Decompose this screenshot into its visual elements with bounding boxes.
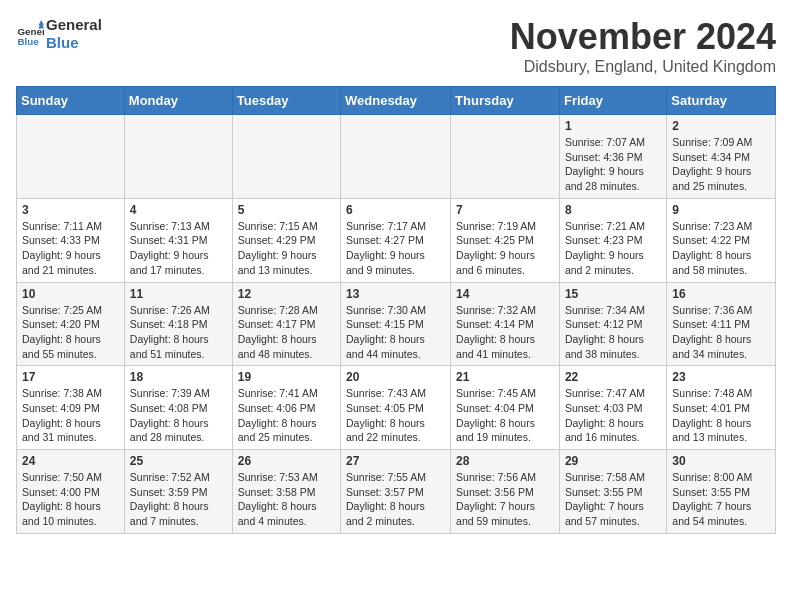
weekday-header: Tuesday xyxy=(232,87,340,115)
day-info: Sunrise: 7:48 AM Sunset: 4:01 PM Dayligh… xyxy=(672,386,770,445)
day-info: Sunrise: 7:52 AM Sunset: 3:59 PM Dayligh… xyxy=(130,470,227,529)
calendar-week-row: 3Sunrise: 7:11 AM Sunset: 4:33 PM Daylig… xyxy=(17,198,776,282)
calendar-cell: 16Sunrise: 7:36 AM Sunset: 4:11 PM Dayli… xyxy=(667,282,776,366)
calendar-header-row: SundayMondayTuesdayWednesdayThursdayFrid… xyxy=(17,87,776,115)
calendar-body: 1Sunrise: 7:07 AM Sunset: 4:36 PM Daylig… xyxy=(17,115,776,534)
day-info: Sunrise: 7:47 AM Sunset: 4:03 PM Dayligh… xyxy=(565,386,661,445)
calendar-cell xyxy=(341,115,451,199)
day-info: Sunrise: 7:45 AM Sunset: 4:04 PM Dayligh… xyxy=(456,386,554,445)
logo-icon: General Blue xyxy=(16,20,44,48)
calendar-cell: 30Sunrise: 8:00 AM Sunset: 3:55 PM Dayli… xyxy=(667,450,776,534)
weekday-header: Thursday xyxy=(451,87,560,115)
day-number: 10 xyxy=(22,287,119,301)
day-number: 15 xyxy=(565,287,661,301)
header: General Blue General Blue November 2024 … xyxy=(16,16,776,76)
weekday-header: Monday xyxy=(124,87,232,115)
day-number: 21 xyxy=(456,370,554,384)
calendar-cell: 21Sunrise: 7:45 AM Sunset: 4:04 PM Dayli… xyxy=(451,366,560,450)
day-info: Sunrise: 7:34 AM Sunset: 4:12 PM Dayligh… xyxy=(565,303,661,362)
day-info: Sunrise: 7:19 AM Sunset: 4:25 PM Dayligh… xyxy=(456,219,554,278)
calendar-cell: 27Sunrise: 7:55 AM Sunset: 3:57 PM Dayli… xyxy=(341,450,451,534)
day-number: 19 xyxy=(238,370,335,384)
day-number: 3 xyxy=(22,203,119,217)
calendar-cell: 23Sunrise: 7:48 AM Sunset: 4:01 PM Dayli… xyxy=(667,366,776,450)
day-info: Sunrise: 7:50 AM Sunset: 4:00 PM Dayligh… xyxy=(22,470,119,529)
day-number: 26 xyxy=(238,454,335,468)
logo: General Blue General Blue xyxy=(16,16,102,52)
day-number: 8 xyxy=(565,203,661,217)
day-number: 23 xyxy=(672,370,770,384)
calendar-cell: 17Sunrise: 7:38 AM Sunset: 4:09 PM Dayli… xyxy=(17,366,125,450)
day-info: Sunrise: 7:07 AM Sunset: 4:36 PM Dayligh… xyxy=(565,135,661,194)
calendar-cell: 18Sunrise: 7:39 AM Sunset: 4:08 PM Dayli… xyxy=(124,366,232,450)
day-info: Sunrise: 7:58 AM Sunset: 3:55 PM Dayligh… xyxy=(565,470,661,529)
day-info: Sunrise: 8:00 AM Sunset: 3:55 PM Dayligh… xyxy=(672,470,770,529)
calendar-cell xyxy=(17,115,125,199)
day-info: Sunrise: 7:26 AM Sunset: 4:18 PM Dayligh… xyxy=(130,303,227,362)
day-number: 14 xyxy=(456,287,554,301)
weekday-header: Sunday xyxy=(17,87,125,115)
calendar-week-row: 17Sunrise: 7:38 AM Sunset: 4:09 PM Dayli… xyxy=(17,366,776,450)
calendar-cell: 10Sunrise: 7:25 AM Sunset: 4:20 PM Dayli… xyxy=(17,282,125,366)
svg-text:Blue: Blue xyxy=(17,36,39,47)
calendar-cell: 5Sunrise: 7:15 AM Sunset: 4:29 PM Daylig… xyxy=(232,198,340,282)
weekday-header: Saturday xyxy=(667,87,776,115)
day-number: 6 xyxy=(346,203,445,217)
calendar-table: SundayMondayTuesdayWednesdayThursdayFrid… xyxy=(16,86,776,534)
calendar-week-row: 1Sunrise: 7:07 AM Sunset: 4:36 PM Daylig… xyxy=(17,115,776,199)
day-info: Sunrise: 7:13 AM Sunset: 4:31 PM Dayligh… xyxy=(130,219,227,278)
day-number: 7 xyxy=(456,203,554,217)
calendar-cell: 6Sunrise: 7:17 AM Sunset: 4:27 PM Daylig… xyxy=(341,198,451,282)
calendar-cell xyxy=(124,115,232,199)
day-number: 17 xyxy=(22,370,119,384)
calendar-week-row: 10Sunrise: 7:25 AM Sunset: 4:20 PM Dayli… xyxy=(17,282,776,366)
day-number: 25 xyxy=(130,454,227,468)
day-info: Sunrise: 7:25 AM Sunset: 4:20 PM Dayligh… xyxy=(22,303,119,362)
calendar-cell: 20Sunrise: 7:43 AM Sunset: 4:05 PM Dayli… xyxy=(341,366,451,450)
day-info: Sunrise: 7:23 AM Sunset: 4:22 PM Dayligh… xyxy=(672,219,770,278)
day-number: 18 xyxy=(130,370,227,384)
calendar-cell: 13Sunrise: 7:30 AM Sunset: 4:15 PM Dayli… xyxy=(341,282,451,366)
calendar-cell: 26Sunrise: 7:53 AM Sunset: 3:58 PM Dayli… xyxy=(232,450,340,534)
day-number: 13 xyxy=(346,287,445,301)
calendar-cell: 24Sunrise: 7:50 AM Sunset: 4:00 PM Dayli… xyxy=(17,450,125,534)
day-number: 20 xyxy=(346,370,445,384)
calendar-cell: 9Sunrise: 7:23 AM Sunset: 4:22 PM Daylig… xyxy=(667,198,776,282)
calendar-cell: 2Sunrise: 7:09 AM Sunset: 4:34 PM Daylig… xyxy=(667,115,776,199)
day-info: Sunrise: 7:32 AM Sunset: 4:14 PM Dayligh… xyxy=(456,303,554,362)
calendar-cell: 4Sunrise: 7:13 AM Sunset: 4:31 PM Daylig… xyxy=(124,198,232,282)
day-number: 27 xyxy=(346,454,445,468)
day-info: Sunrise: 7:17 AM Sunset: 4:27 PM Dayligh… xyxy=(346,219,445,278)
day-info: Sunrise: 7:53 AM Sunset: 3:58 PM Dayligh… xyxy=(238,470,335,529)
day-number: 4 xyxy=(130,203,227,217)
calendar-cell: 19Sunrise: 7:41 AM Sunset: 4:06 PM Dayli… xyxy=(232,366,340,450)
title-area: November 2024 Didsbury, England, United … xyxy=(510,16,776,76)
day-info: Sunrise: 7:39 AM Sunset: 4:08 PM Dayligh… xyxy=(130,386,227,445)
day-number: 11 xyxy=(130,287,227,301)
day-info: Sunrise: 7:21 AM Sunset: 4:23 PM Dayligh… xyxy=(565,219,661,278)
logo-line1: General xyxy=(46,16,102,34)
calendar-cell: 29Sunrise: 7:58 AM Sunset: 3:55 PM Dayli… xyxy=(559,450,666,534)
calendar-cell: 28Sunrise: 7:56 AM Sunset: 3:56 PM Dayli… xyxy=(451,450,560,534)
weekday-header: Wednesday xyxy=(341,87,451,115)
weekday-header: Friday xyxy=(559,87,666,115)
day-number: 28 xyxy=(456,454,554,468)
month-title: November 2024 xyxy=(510,16,776,58)
day-number: 22 xyxy=(565,370,661,384)
day-info: Sunrise: 7:28 AM Sunset: 4:17 PM Dayligh… xyxy=(238,303,335,362)
day-info: Sunrise: 7:36 AM Sunset: 4:11 PM Dayligh… xyxy=(672,303,770,362)
day-info: Sunrise: 7:30 AM Sunset: 4:15 PM Dayligh… xyxy=(346,303,445,362)
day-info: Sunrise: 7:15 AM Sunset: 4:29 PM Dayligh… xyxy=(238,219,335,278)
day-info: Sunrise: 7:09 AM Sunset: 4:34 PM Dayligh… xyxy=(672,135,770,194)
calendar-cell: 25Sunrise: 7:52 AM Sunset: 3:59 PM Dayli… xyxy=(124,450,232,534)
calendar-cell: 7Sunrise: 7:19 AM Sunset: 4:25 PM Daylig… xyxy=(451,198,560,282)
day-info: Sunrise: 7:55 AM Sunset: 3:57 PM Dayligh… xyxy=(346,470,445,529)
day-info: Sunrise: 7:41 AM Sunset: 4:06 PM Dayligh… xyxy=(238,386,335,445)
day-info: Sunrise: 7:11 AM Sunset: 4:33 PM Dayligh… xyxy=(22,219,119,278)
calendar-cell: 22Sunrise: 7:47 AM Sunset: 4:03 PM Dayli… xyxy=(559,366,666,450)
day-number: 24 xyxy=(22,454,119,468)
calendar-cell xyxy=(451,115,560,199)
location-title: Didsbury, England, United Kingdom xyxy=(510,58,776,76)
calendar-cell: 11Sunrise: 7:26 AM Sunset: 4:18 PM Dayli… xyxy=(124,282,232,366)
calendar-cell: 14Sunrise: 7:32 AM Sunset: 4:14 PM Dayli… xyxy=(451,282,560,366)
